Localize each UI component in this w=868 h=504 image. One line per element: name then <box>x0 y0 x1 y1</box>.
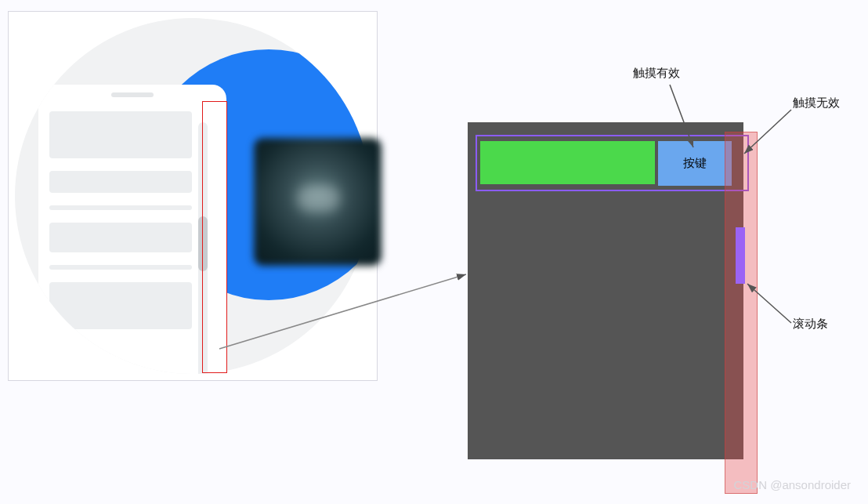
watermark: CSDN @ansondroider <box>734 478 851 491</box>
label-touch-valid: 触摸有效 <box>633 66 680 81</box>
label-scrollbar: 滚动条 <box>793 317 828 332</box>
placeholder-row <box>49 205 192 210</box>
placeholder-row <box>49 171 192 193</box>
placeholder-row <box>49 111 192 158</box>
touch-invalid-zone <box>725 132 758 494</box>
phone-mockup <box>38 85 226 374</box>
green-content-bar <box>480 141 655 184</box>
blue-button[interactable]: 按键 <box>658 141 732 186</box>
phone-content <box>49 111 192 374</box>
scrollbar-highlight-outline <box>202 101 227 373</box>
left-illustration-box <box>8 11 378 381</box>
placeholder-row <box>49 265 192 270</box>
label-touch-invalid: 触摸无效 <box>793 96 840 111</box>
diagram-stage: 按键 触摸有效 触摸无效 滚动条 CSDN @ansondroider <box>0 0 868 504</box>
placeholder-row <box>49 223 192 252</box>
phone-notch <box>111 92 154 97</box>
blurred-tile-icon <box>254 138 382 266</box>
scrollbar-thumb[interactable] <box>736 227 745 284</box>
placeholder-row <box>49 282 192 329</box>
blue-button-label: 按键 <box>683 156 707 171</box>
